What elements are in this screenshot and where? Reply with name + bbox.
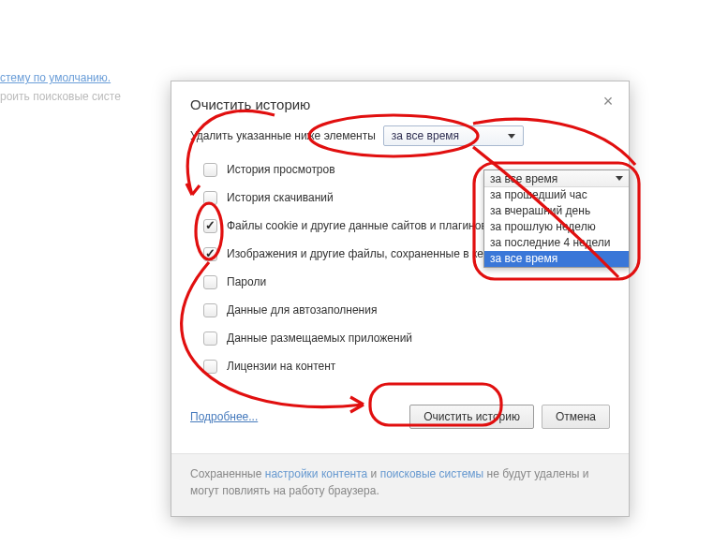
checkbox[interactable] (203, 275, 217, 289)
checkbox-label: Файлы cookie и другие данные сайтов и пл… (227, 219, 487, 232)
bg-link[interactable]: стему по умолчанию. (0, 71, 111, 84)
time-range-dropdown-open[interactable]: за все время за прошедший час за вчерашн… (483, 169, 630, 268)
dropdown-selected-row[interactable]: за все время (484, 170, 629, 187)
delete-elements-label: Удалить указанные ниже элементы (190, 129, 376, 142)
dropdown-option[interactable]: за прошедший час (484, 187, 629, 203)
checkbox[interactable] (203, 360, 217, 374)
footer-text: Сохраненные (190, 467, 265, 480)
checkbox-label: Пароли (227, 275, 266, 288)
dialog-footer: Сохраненные настройки контента и поисков… (171, 453, 629, 516)
checkbox[interactable] (203, 191, 217, 205)
dropdown-option[interactable]: за все время (484, 251, 629, 267)
search-engines-link[interactable]: поисковые системы (380, 467, 484, 480)
content-settings-link[interactable]: настройки контента (265, 467, 368, 480)
checkbox-label: История скачиваний (227, 191, 334, 204)
dropdown-option[interactable]: за прошлую неделю (484, 219, 629, 235)
chevron-down-icon (616, 176, 623, 181)
more-link[interactable]: Подробнее... (190, 410, 258, 423)
cancel-button[interactable]: Отмена (542, 405, 610, 429)
clear-history-dialog: Очистить историю × Удалить указанные ниж… (171, 81, 630, 517)
dropdown-option[interactable]: за последние 4 недели (484, 235, 629, 251)
checkbox[interactable] (203, 303, 217, 317)
checkbox-label: Изображения и другие файлы, сохраненные … (227, 247, 498, 260)
checkbox[interactable] (203, 163, 217, 177)
dialog-title: Очистить историю (190, 96, 310, 112)
item-content-licenses[interactable]: Лицензии на контент (203, 352, 610, 380)
checkbox-label: Лицензии на контент (227, 360, 335, 373)
close-icon[interactable]: × (601, 95, 616, 110)
dropdown-selected-value: за все время (490, 172, 557, 185)
checkbox-label: История просмотров (227, 163, 335, 176)
checkbox[interactable] (203, 247, 217, 261)
chevron-down-icon (508, 134, 515, 139)
footer-text: и (367, 467, 379, 480)
item-autofill[interactable]: Данные для автозаполнения (203, 296, 610, 324)
checkbox[interactable] (203, 219, 217, 233)
bg-text: роить поисковые систе (0, 90, 121, 103)
time-range-dropdown[interactable]: за все время (383, 125, 524, 146)
item-passwords[interactable]: Пароли (203, 268, 610, 296)
dropdown-option[interactable]: за вчерашний день (484, 203, 629, 219)
clear-history-button[interactable]: Очистить историю (409, 405, 534, 429)
time-range-value: за все время (392, 129, 459, 142)
checkbox[interactable] (203, 332, 217, 346)
item-hosted-apps[interactable]: Данные размещаемых приложений (203, 324, 610, 352)
dialog-header: Очистить историю × (171, 81, 629, 122)
checkbox-label: Данные для автозаполнения (227, 303, 377, 317)
checkbox-label: Данные размещаемых приложений (227, 332, 412, 345)
